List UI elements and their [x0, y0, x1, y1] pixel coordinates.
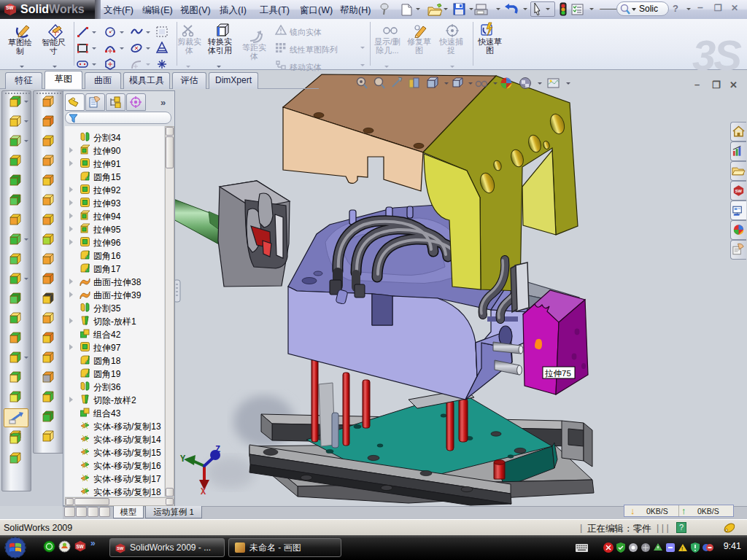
svg-text:Z: Z [215, 445, 220, 455]
svg-text:SW: SW [6, 5, 14, 10]
svg-text:X: X [201, 487, 206, 497]
svg-text:Y: Y [180, 454, 186, 464]
svg-text:拉伸75: 拉伸75 [544, 369, 571, 378]
svg-text:SW: SW [117, 546, 124, 551]
